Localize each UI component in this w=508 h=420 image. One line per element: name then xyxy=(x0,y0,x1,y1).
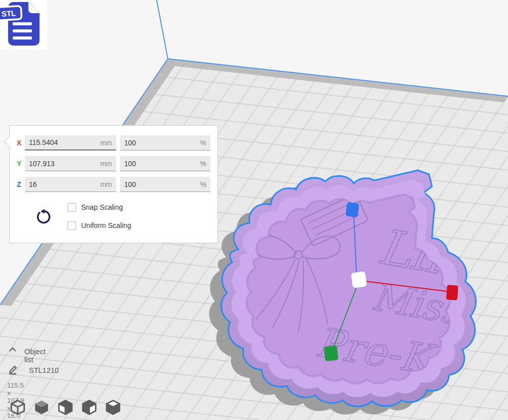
snap-scaling-label: Snap Scaling xyxy=(81,203,123,211)
snap-scaling-checkbox[interactable] xyxy=(67,203,76,212)
x-size-input[interactable] xyxy=(25,135,116,149)
scale-row-z: Z mm % xyxy=(10,177,217,192)
axis-label-y: Y xyxy=(17,160,21,168)
scale-tool-panel: X mm % Y mm % Z mm xyxy=(9,125,218,243)
z-size-input[interactable] xyxy=(25,177,116,192)
scale-handle-center[interactable] xyxy=(351,271,367,288)
scale-handle-x[interactable] xyxy=(446,285,458,300)
x-percent-input[interactable] xyxy=(120,135,210,150)
rename-model-button[interactable] xyxy=(8,364,19,375)
z-size-field: mm xyxy=(25,177,116,192)
object-list-toggle[interactable] xyxy=(8,347,17,354)
left-view-icon xyxy=(81,398,98,416)
scale-handle-y[interactable] xyxy=(324,346,339,362)
selected-model-name[interactable]: STL1210 xyxy=(29,366,59,374)
3d-view-icon xyxy=(9,398,26,416)
x-size-field: mm xyxy=(25,135,116,150)
object-list-title[interactable]: Object list xyxy=(24,348,46,364)
uniform-scaling-row: Uniform Scaling xyxy=(67,221,131,230)
right-view-icon xyxy=(104,398,122,416)
scale-row-x: X mm % xyxy=(10,135,217,150)
front-view-icon xyxy=(33,398,50,416)
camera-view-toolbar xyxy=(9,398,122,416)
y-size-field: mm xyxy=(25,156,116,171)
y-size-input[interactable] xyxy=(25,156,116,171)
y-percent-field: % xyxy=(120,156,210,171)
scale-handle-z[interactable] xyxy=(345,202,359,218)
y-percent-input[interactable] xyxy=(120,156,210,171)
uniform-scaling-checkbox[interactable] xyxy=(67,221,76,230)
uniform-scaling-label: Uniform Scaling xyxy=(81,221,131,230)
snap-scaling-row: Snap Scaling xyxy=(67,203,123,212)
reset-scale-button[interactable] xyxy=(35,209,52,226)
chevron-up-icon xyxy=(8,347,17,353)
3d-viewport[interactable]: Lil Miss Pre-K STL xyxy=(0,0,508,420)
stl-file-badge: STL xyxy=(0,0,47,49)
pencil-edit-icon xyxy=(8,364,19,375)
scale-row-y: Y mm % xyxy=(10,156,217,171)
view-3d-button[interactable] xyxy=(9,398,26,416)
view-left-button[interactable] xyxy=(81,398,98,416)
view-right-button[interactable] xyxy=(104,398,122,416)
view-top-button[interactable] xyxy=(57,398,74,416)
stl-badge-label: STL xyxy=(1,9,16,18)
z-percent-field: % xyxy=(120,177,210,192)
axis-label-z: Z xyxy=(17,180,21,188)
z-percent-input[interactable] xyxy=(120,177,210,192)
reset-scale-icon xyxy=(35,209,52,225)
stl-document-icon: STL xyxy=(0,0,47,49)
view-front-button[interactable] xyxy=(33,398,50,416)
axis-label-x: X xyxy=(17,139,21,147)
top-view-icon xyxy=(57,398,74,416)
x-percent-field: % xyxy=(120,135,210,150)
